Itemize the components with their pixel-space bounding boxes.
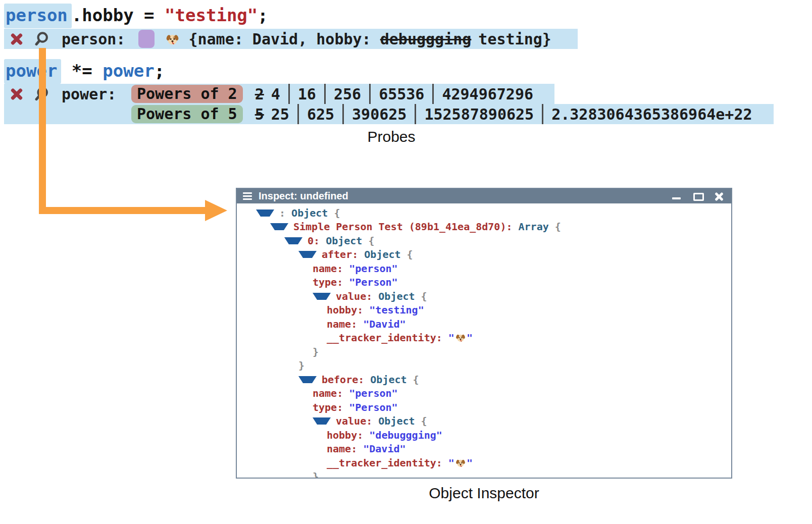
probe-value: {name: David, hobby: debugggingtesting} <box>188 30 551 48</box>
tree-segment: Object <box>291 207 328 219</box>
maximize-button[interactable] <box>693 192 703 201</box>
tree-segment: before: <box>322 374 370 386</box>
probe-new-value: 256 <box>334 85 361 103</box>
tree-line: before: Object { <box>237 373 731 387</box>
window-title: Inspect: undefined <box>259 190 348 202</box>
tree-segment: hobby: <box>327 429 369 441</box>
color-swatch[interactable] <box>138 30 155 48</box>
tree-line: hobby: "testing" <box>237 303 731 318</box>
probe-power-row: Powers of 55256253906251525878906252.328… <box>4 104 774 124</box>
collapse-triangle-icon[interactable] <box>270 223 288 230</box>
dog-emoji-icon <box>455 458 466 468</box>
remove-probe-button[interactable] <box>10 32 23 45</box>
dog-emoji-icon <box>455 458 466 468</box>
tree-segment: { <box>328 207 340 219</box>
collapse-triangle-icon[interactable] <box>313 417 331 425</box>
object-inspector-window: Inspect: undefined : Object {Simple Pers… <box>236 188 732 479</box>
tree-segment: } <box>313 470 319 479</box>
code-line-power: power *= power; <box>4 61 165 81</box>
tree-segment: after: <box>322 248 364 260</box>
collapse-triangle-icon[interactable] <box>298 376 317 383</box>
tree-segment: { <box>401 248 413 260</box>
tree-segment: " <box>448 457 454 469</box>
tree-line: name: "person" <box>237 261 731 276</box>
probe-label: person: <box>62 30 125 48</box>
tree-line: hobby: "debuggging" <box>237 428 731 442</box>
tree-segment: type: <box>313 401 349 413</box>
code-segment: power <box>4 59 61 84</box>
probe-value-cell: 390625 <box>342 104 415 124</box>
probe-power: power:Powers of 22416256655364294967296P… <box>4 84 774 124</box>
series-chip[interactable]: Powers of 2 <box>131 85 243 103</box>
collapse-triangle-icon[interactable] <box>256 209 274 217</box>
tree-segment: " <box>467 457 473 469</box>
probe-value-cell: 24 <box>247 84 288 104</box>
probe-old-value: debuggging <box>380 30 472 48</box>
code-segment: *= <box>61 61 103 81</box>
remove-probe-button[interactable] <box>10 87 23 100</box>
window-titlebar[interactable]: Inspect: undefined <box>237 189 731 203</box>
tree-segment: Object <box>378 290 415 302</box>
tree-line: __tracker_identity: "" <box>237 331 731 345</box>
probes-debugger-screen: { "colors": { "highlight_blue": "#c7e3f3… <box>0 0 812 524</box>
tree-segment: type: <box>313 276 349 288</box>
tree-line: type: "Person" <box>237 400 731 414</box>
probe-old-value: 2 <box>255 85 264 103</box>
tree-segment: { <box>415 415 427 427</box>
object-tree: : Object {Simple Person Test (89b1_41ea_… <box>237 203 731 479</box>
probe-value-cell: 256 <box>324 84 369 104</box>
probe-new-value: testing} <box>478 30 551 48</box>
probe-new-value: 4294967296 <box>442 85 533 103</box>
dog-emoji-icon <box>166 32 179 46</box>
tree-segment: } <box>298 359 304 372</box>
close-button[interactable] <box>714 192 724 201</box>
tree-line: 0: Object { <box>237 234 731 248</box>
tree-segment: value: <box>336 290 378 302</box>
tree-line: name: "David" <box>237 442 731 456</box>
probe-new-value: 625 <box>307 106 334 123</box>
tree-line: } <box>237 345 731 359</box>
tree-segment: "David" <box>363 443 405 455</box>
tree-segment: { <box>549 221 561 233</box>
tree-segment: { <box>362 235 374 247</box>
probe-new-value: 152587890625 <box>424 106 534 123</box>
tree-segment: __tracker_identity: <box>327 332 448 344</box>
code-segment: person <box>4 4 72 28</box>
tree-segment: Object <box>326 235 362 247</box>
tree-segment: Simple Person Test (89b1_41ea_8d70): <box>293 221 519 233</box>
menu-hamburger-icon[interactable] <box>243 192 252 200</box>
object-inspector-caption: Object Inspector <box>236 485 732 502</box>
tree-line: } <box>237 359 731 373</box>
series-chip[interactable]: Powers of 5 <box>131 105 243 123</box>
probe-value-cell: 525 <box>247 104 297 124</box>
collapse-triangle-icon[interactable] <box>313 293 331 300</box>
probe-new-value: 4 <box>271 85 280 103</box>
tree-segment: name: <box>327 443 363 455</box>
arrow-line-vertical <box>39 48 46 214</box>
tree-segment: "testing" <box>369 304 424 316</box>
tree-line: } <box>237 470 731 479</box>
probe-new-value: 390625 <box>352 106 407 123</box>
probe-value-cell: 625 <box>297 104 342 124</box>
tree-line: : Object { <box>237 206 731 220</box>
tree-segment: hobby: <box>327 304 369 316</box>
tree-segment: 0: <box>308 235 326 247</box>
probe-new-value: 25 <box>271 106 289 123</box>
probe-new-value: 16 <box>298 85 316 103</box>
inspect-magnifier-button[interactable] <box>33 31 49 47</box>
code-line-person-hobby: person.hobby = "testing"; <box>4 5 268 25</box>
dog-emoji-icon <box>455 333 466 343</box>
tree-segment: " <box>467 332 473 344</box>
tree-segment: "person" <box>349 387 397 399</box>
collapse-triangle-icon[interactable] <box>284 237 302 244</box>
tree-segment: { <box>415 290 427 302</box>
probe-value-cell: 16 <box>288 84 324 104</box>
code-segment: "testing" <box>165 5 258 25</box>
probe-value-cell: 2.3283064365386964e+22 <box>542 104 760 124</box>
probe-person: person: {name: David, hobby: debugggingt… <box>4 29 578 49</box>
collapse-triangle-icon[interactable] <box>298 251 317 258</box>
minimize-button[interactable] <box>672 192 682 201</box>
tree-segment: Object <box>370 374 407 386</box>
tree-segment: "Person" <box>349 401 397 413</box>
probe-value-cell: 152587890625 <box>415 104 542 124</box>
